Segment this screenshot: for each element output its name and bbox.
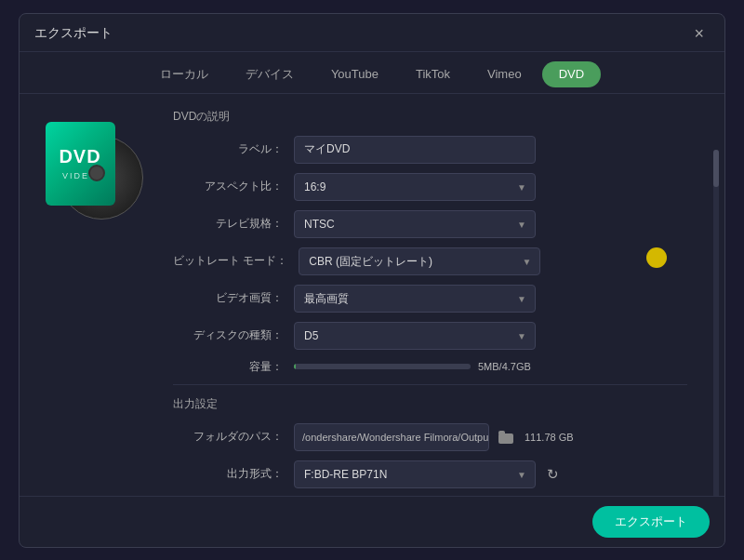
content-area: DVD VIDEO DVDの説明 ラベル： アスペクト比： 16:9 4:: [20, 94, 724, 496]
dvd-section-title: DVDの説明: [173, 109, 687, 125]
label-row: ラベル：: [173, 136, 687, 164]
aspect-row: アスペクト比： 16:9 4:3 ▼: [173, 173, 687, 201]
disc-type-select[interactable]: D5 D9: [294, 322, 536, 350]
tab-youtube[interactable]: YouTube: [314, 61, 395, 87]
capacity-row: 容量： 5MB/4.7GB: [173, 359, 687, 375]
tv-label: テレビ規格：: [173, 216, 294, 232]
folder-size-text: 111.78 GB: [525, 432, 574, 443]
capacity-text: 5MB/4.7GB: [478, 361, 531, 372]
svg-rect-1: [498, 431, 505, 435]
output-section-title: 出力設定: [173, 396, 687, 412]
scrollbar[interactable]: [713, 150, 719, 496]
label-input[interactable]: [294, 136, 536, 164]
output-format-select[interactable]: F:BD-RE BP71N: [294, 460, 536, 488]
footer: エクスポート: [20, 496, 724, 547]
dvd-preview: DVD VIDEO: [20, 94, 164, 496]
tab-vimeo[interactable]: Vimeo: [471, 61, 538, 87]
tv-select[interactable]: NTSC PAL: [294, 210, 536, 238]
close-button[interactable]: ×: [688, 23, 710, 44]
divider: [173, 384, 687, 385]
bitrate-select-wrap: CBR (固定ビットレート) VBR (可変ビットレート) ▼: [299, 247, 540, 275]
tab-bar: ローカル デバイス YouTube TikTok Vimeo DVD: [20, 52, 724, 94]
aspect-label: アスペクト比：: [173, 179, 294, 194]
capacity-label: 容量：: [173, 359, 294, 375]
folder-icon: [498, 431, 513, 444]
output-format-row: 出力形式： F:BD-RE BP71N ▼ ↻: [173, 460, 687, 488]
capacity-bar: [294, 364, 471, 369]
form-area: DVDの説明 ラベル： アスペクト比： 16:9 4:3 ▼ テレビ: [164, 94, 724, 496]
refresh-button[interactable]: ↻: [539, 461, 565, 487]
capacity-bar-fill: [294, 364, 296, 369]
bitrate-row: ビットレート モード： CBR (固定ビットレート) VBR (可変ビットレート…: [173, 247, 687, 275]
scrollbar-thumb[interactable]: [713, 150, 719, 187]
folder-browse-button[interactable]: [493, 424, 519, 450]
tab-dvd[interactable]: DVD: [542, 61, 601, 87]
folder-path-display: /ondershare/Wondershare Filmora/Output: [294, 423, 489, 451]
dvd-box: DVD VIDEO: [46, 122, 115, 206]
disc-type-row: ディスクの種類： D5 D9 ▼: [173, 322, 687, 350]
dialog-title: エクスポート: [34, 25, 113, 42]
output-format-select-wrap: F:BD-RE BP71N ▼: [294, 460, 536, 488]
export-dialog: エクスポート × ローカル デバイス YouTube TikTok Vimeo …: [19, 13, 725, 548]
title-bar: エクスポート ×: [20, 14, 724, 52]
disc-type-select-wrap: D5 D9 ▼: [294, 322, 536, 350]
folder-label: フォルダのパス：: [173, 429, 294, 445]
label-field-label: ラベル：: [173, 141, 294, 157]
output-format-label: 出力形式：: [173, 466, 294, 482]
tab-device[interactable]: デバイス: [229, 61, 311, 87]
video-quality-select[interactable]: 最高画質 高画質 標準: [294, 285, 536, 313]
video-quality-label: ビデオ画質：: [173, 290, 294, 306]
tab-local[interactable]: ローカル: [143, 61, 225, 87]
dvd-circle: [88, 165, 105, 181]
bitrate-select[interactable]: CBR (固定ビットレート) VBR (可変ビットレート): [299, 247, 540, 275]
folder-row: フォルダのパス： /ondershare/Wondershare Filmora…: [173, 423, 687, 451]
bitrate-label: ビットレート モード：: [173, 253, 299, 269]
tab-tiktok[interactable]: TikTok: [399, 61, 467, 87]
dvd-icon: DVD VIDEO: [46, 122, 148, 224]
aspect-select-wrap: 16:9 4:3 ▼: [294, 173, 536, 201]
tv-select-wrap: NTSC PAL ▼: [294, 210, 536, 238]
tv-row: テレビ規格： NTSC PAL ▼: [173, 210, 687, 238]
aspect-select[interactable]: 16:9 4:3: [294, 173, 536, 201]
video-quality-row: ビデオ画質： 最高画質 高画質 標準 ▼: [173, 285, 687, 313]
disc-type-label: ディスクの種類：: [173, 327, 294, 343]
export-button[interactable]: エクスポート: [592, 506, 710, 538]
video-quality-select-wrap: 最高画質 高画質 標準 ▼: [294, 285, 536, 313]
